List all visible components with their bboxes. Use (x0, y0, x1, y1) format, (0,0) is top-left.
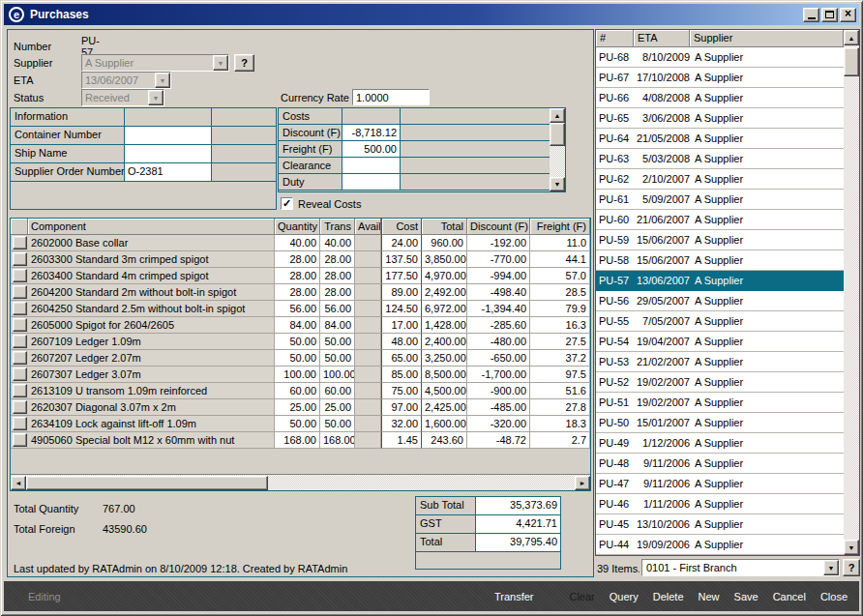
cell-total[interactable]: 1,600.00 (422, 416, 467, 432)
cell-component[interactable]: 2604200 Standard 2m without bolt-in spig… (28, 284, 275, 301)
list-item[interactable]: PU-653/06/2008A Supplier (596, 108, 844, 129)
cell-trans[interactable]: 100.00 (320, 367, 355, 383)
save-button[interactable]: Save (734, 591, 759, 602)
row-select-button[interactable] (13, 236, 27, 249)
delete-button[interactable]: Delete (653, 591, 684, 602)
close-button[interactable]: × (840, 8, 856, 22)
cell-discount-f[interactable]: -1,394.40 (467, 301, 530, 317)
cell-trans[interactable]: 40.00 (320, 235, 355, 251)
cell-component[interactable]: 2603400 Standard 4m crimped spigot (28, 268, 275, 284)
cell-quantity[interactable]: 25.00 (275, 399, 320, 416)
cell-trans[interactable]: 60.00 (320, 383, 355, 399)
cell-quantity[interactable]: 50.00 (275, 350, 320, 367)
cell-trans[interactable]: 56.00 (320, 301, 355, 317)
list-item[interactable]: PU-6421/05/2008A Supplier (596, 129, 844, 149)
scrollbar-track[interactable] (844, 45, 859, 540)
purchase-list-scrollbar[interactable]: ▲ ▼ (844, 30, 859, 555)
ship-name-input[interactable] (125, 145, 212, 162)
list-item[interactable]: PU-5915/06/2007A Supplier (596, 230, 844, 250)
reveal-costs-checkbox[interactable]: ✓ (281, 197, 293, 210)
cell-total[interactable]: 2,492.00 (422, 284, 467, 301)
cell-component[interactable]: 2613109 U transom 1.09m reinforced (28, 383, 275, 399)
cell-total[interactable]: 243.60 (422, 432, 467, 449)
cell-trans[interactable]: 50.00 (320, 416, 355, 432)
cell-cost[interactable]: 85.00 (381, 367, 422, 383)
cell-cost[interactable]: 137.50 (381, 251, 422, 268)
row-select-button[interactable] (13, 285, 27, 299)
cell-total[interactable]: 4,970.00 (422, 268, 467, 284)
list-item[interactable]: PU-479/11/2006A Supplier (596, 474, 844, 494)
list-item[interactable]: PU-615/09/2007A Supplier (596, 190, 844, 210)
cell-cost[interactable]: 124.50 (381, 301, 422, 317)
cell-quantity[interactable]: 40.00 (275, 235, 320, 251)
cell-avail[interactable] (355, 399, 381, 416)
list-item[interactable]: PU-5629/05/2007A Supplier (596, 291, 844, 311)
cell-quantity[interactable]: 28.00 (275, 284, 320, 301)
list-item[interactable]: PU-635/03/2008A Supplier (596, 149, 844, 169)
cell-avail[interactable] (355, 301, 381, 317)
cell-total[interactable]: 2,400.00 (422, 334, 467, 350)
cell-discount-f[interactable]: -48.72 (467, 432, 530, 449)
list-item[interactable]: PU-5321/02/2007A Supplier (596, 352, 844, 372)
duty-input[interactable] (342, 174, 401, 190)
list-item[interactable]: PU-5119/02/2007A Supplier (596, 393, 844, 413)
cell-component[interactable]: 2603300 Standard 3m crimped spigot (28, 251, 275, 268)
row-select-button[interactable] (13, 252, 27, 266)
container-number-input[interactable] (125, 127, 212, 144)
scroll-up-button[interactable]: ▲ (550, 108, 565, 123)
cell-discount-f[interactable]: -770.00 (467, 251, 530, 268)
cell-trans[interactable]: 168.00 (320, 432, 355, 449)
cell-freight-f[interactable]: 16.3 (530, 317, 590, 334)
cell-avail[interactable] (355, 251, 381, 268)
cell-avail[interactable] (355, 284, 381, 301)
list-item[interactable]: PU-4419/09/2006A Supplier (596, 535, 844, 555)
row-select-button[interactable] (13, 335, 27, 348)
components-hscrollbar[interactable]: ◄ ► (11, 474, 590, 490)
cell-total[interactable]: 4,500.00 (422, 383, 467, 399)
row-select-button[interactable] (13, 400, 27, 414)
cell-discount-f[interactable]: -485.00 (467, 399, 530, 416)
cell-freight-f[interactable]: 28.5 (530, 284, 590, 301)
cell-freight-f[interactable]: 97.5 (530, 367, 590, 383)
cell-avail[interactable] (355, 334, 381, 350)
cancel-button[interactable]: Cancel (773, 591, 806, 602)
cell-freight-f[interactable]: 18.3 (530, 416, 590, 432)
list-item[interactable]: PU-557/05/2007A Supplier (596, 311, 844, 332)
list-item[interactable]: PU-688/10/2009A Supplier (596, 47, 844, 68)
cell-discount-f[interactable]: -480.00 (467, 334, 530, 350)
cell-avail[interactable] (355, 235, 381, 251)
list-item[interactable]: PU-5219/02/2007A Supplier (596, 372, 844, 393)
cell-component[interactable]: 2604250 Standard 2.5m without bolt-in sp… (28, 301, 275, 317)
cell-total[interactable]: 1,428.00 (422, 317, 467, 334)
cell-avail[interactable] (355, 416, 381, 432)
cell-cost[interactable]: 17.00 (381, 317, 422, 334)
branch-combo[interactable]: 0101 - First Branch ▼ (641, 559, 840, 576)
clearance-input[interactable] (342, 158, 401, 173)
cell-avail[interactable] (355, 268, 381, 284)
scrollbar-thumb[interactable] (26, 476, 268, 490)
list-item[interactable]: PU-4513/10/2006A Supplier (596, 514, 844, 535)
row-select-button[interactable] (13, 384, 27, 397)
list-item[interactable]: PU-6021/06/2007A Supplier (596, 210, 844, 230)
cell-avail[interactable] (355, 383, 381, 399)
cell-freight-f[interactable]: 37.2 (530, 350, 590, 367)
cell-trans[interactable]: 28.00 (320, 268, 355, 284)
scrollbar-thumb[interactable] (550, 123, 565, 146)
cell-component[interactable]: 4905060 Special bolt M12 x 60mm with nut (28, 432, 275, 449)
cell-quantity[interactable]: 50.00 (275, 416, 320, 432)
scroll-down-button[interactable]: ▼ (844, 540, 859, 555)
cell-component[interactable]: 2634109 Lock against lift-off 1.09m (28, 416, 275, 432)
close-button[interactable]: Close (820, 591, 848, 602)
cell-quantity[interactable]: 60.00 (275, 383, 320, 399)
cell-total[interactable]: 2,425.00 (422, 399, 467, 416)
cell-freight-f[interactable]: 79.9 (530, 301, 590, 317)
supplier-order-number-input[interactable]: O-2381 (125, 163, 212, 181)
cell-quantity[interactable]: 168.00 (275, 432, 320, 449)
scrollbar-thumb[interactable] (844, 47, 859, 76)
cell-trans[interactable]: 84.00 (320, 317, 355, 334)
cell-component[interactable]: 2607207 Ledger 2.07m (28, 350, 275, 367)
list-item[interactable]: PU-664/08/2008A Supplier (596, 88, 844, 108)
cell-cost[interactable]: 1.45 (381, 432, 422, 449)
cell-discount-f[interactable]: -900.00 (467, 383, 530, 399)
row-select-button[interactable] (13, 367, 27, 381)
